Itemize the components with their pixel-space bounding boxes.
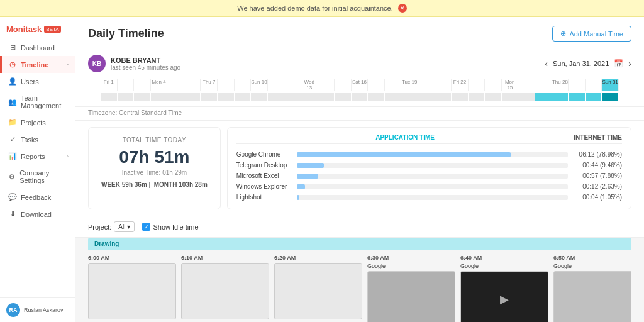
- banner-close-button[interactable]: ✕: [398, 4, 407, 13]
- timeline-bar: Fri 1Mon 4Thu 7Sun 10Wed 13Sat 16Tue 19F…: [88, 75, 631, 106]
- timeline-block-7[interactable]: [218, 93, 235, 101]
- timeline-day-10[interactable]: [268, 79, 285, 91]
- sidebar-item-tasks[interactable]: ✓ Tasks: [0, 131, 75, 148]
- sidebar-item-projects[interactable]: 📁 Projects: [0, 114, 75, 131]
- next-date-button[interactable]: ›: [628, 58, 631, 69]
- sidebar-item-download[interactable]: ⬇ Download: [0, 206, 75, 223]
- timeline-block-1[interactable]: [118, 93, 135, 101]
- timeline-day-26[interactable]: [535, 79, 552, 91]
- timeline-block-19[interactable]: [418, 93, 435, 101]
- timeline-block-15[interactable]: [352, 93, 369, 101]
- timeline-block-8[interactable]: [235, 93, 252, 101]
- timeline-block-16[interactable]: [368, 93, 385, 101]
- timeline-block-25[interactable]: [518, 93, 535, 101]
- timeline-day-30[interactable]: Sun 31: [602, 79, 619, 91]
- timeline-block-0[interactable]: [101, 93, 118, 101]
- timeline-block-11[interactable]: [284, 93, 301, 101]
- page-header: Daily Timeline ⊕ Add Manual Time: [75, 17, 644, 48]
- timeline-day-6[interactable]: Thu 7: [201, 79, 218, 91]
- screenshot-card-0-1[interactable]: 6:10 AM: [181, 255, 269, 322]
- timeline-block-3[interactable]: [151, 93, 168, 101]
- timeline-day-29[interactable]: [586, 79, 602, 91]
- calendar-icon[interactable]: 📅: [614, 59, 623, 68]
- screenshot-card-0-0[interactable]: 6:00 AM: [88, 255, 176, 322]
- timeline-day-17[interactable]: [385, 79, 402, 91]
- project-select-box[interactable]: All ▾: [114, 221, 135, 232]
- timeline-day-5[interactable]: [184, 79, 201, 91]
- timeline-day-16[interactable]: [368, 79, 385, 91]
- sidebar-item-users[interactable]: 👤 Users: [0, 73, 75, 90]
- prev-date-button[interactable]: ‹: [545, 58, 548, 69]
- timeline-block-5[interactable]: [184, 93, 201, 101]
- timeline-block-20[interactable]: [435, 93, 452, 101]
- screenshot-card-0-5[interactable]: 6:50 AM Google 10% of 10 min.: [553, 255, 631, 322]
- timeline-block-27[interactable]: [552, 93, 569, 101]
- project-filter: Project: All ▾: [88, 221, 135, 232]
- timeline-day-3[interactable]: Mon 4: [151, 79, 168, 91]
- timeline-day-0[interactable]: Fri 1: [101, 79, 118, 91]
- project-select-value: All: [118, 223, 125, 230]
- timeline-day-18[interactable]: Tue 19: [401, 79, 418, 91]
- timeline-day-21[interactable]: Fri 22: [452, 79, 469, 91]
- timeline-block-2[interactable]: [134, 93, 151, 101]
- timeline-day-12[interactable]: Wed 13: [301, 79, 318, 91]
- timeline-block-17[interactable]: [385, 93, 402, 101]
- timeline-day-4[interactable]: [167, 79, 184, 91]
- sidebar-user-profile[interactable]: RA Ruslan Askarov: [0, 297, 75, 322]
- sidebar-item-reports[interactable]: 📊 Reports ›: [0, 148, 75, 165]
- screenshot-img: [553, 271, 631, 322]
- timeline-block-18[interactable]: [401, 93, 418, 101]
- sidebar-label-timeline: Timeline: [21, 61, 48, 69]
- timeline-block-13[interactable]: [318, 93, 335, 101]
- timeline-day-23[interactable]: [485, 79, 502, 91]
- timeline-block-9[interactable]: [251, 93, 268, 101]
- screenshot-card-0-2[interactable]: 6:20 AM: [274, 255, 362, 322]
- add-manual-time-button[interactable]: ⊕ Add Manual Time: [552, 26, 631, 42]
- tasks-icon: ✓: [8, 135, 17, 143]
- timeline-day-15[interactable]: Sat 16: [352, 79, 369, 91]
- timeline-day-11[interactable]: [284, 79, 301, 91]
- timeline-day-9[interactable]: Sun 10: [251, 79, 268, 91]
- timeline-block-29[interactable]: [586, 93, 602, 101]
- timeline-block-26[interactable]: [535, 93, 552, 101]
- timeline-block-22[interactable]: [469, 93, 486, 101]
- timeline-block-10[interactable]: [268, 93, 285, 101]
- app-bar-4: [297, 195, 299, 200]
- screenshot-card-0-3[interactable]: 6:30 AM Google 90% of 7 min.: [367, 255, 455, 322]
- sidebar-item-company-settings[interactable]: ⚙ Company Settings: [0, 165, 75, 189]
- timeline-day-1[interactable]: [118, 79, 135, 91]
- sidebar-label-projects: Projects: [21, 119, 46, 126]
- timeline-day-27[interactable]: Thu 28: [552, 79, 569, 91]
- timeline-block-6[interactable]: [201, 93, 218, 101]
- timeline-block-4[interactable]: [167, 93, 184, 101]
- timeline-block-28[interactable]: [569, 93, 586, 101]
- timeline-block-12[interactable]: [301, 93, 318, 101]
- timeline-day-14[interactable]: [335, 79, 352, 91]
- timeline-block-21[interactable]: [452, 93, 469, 101]
- timeline-day-25[interactable]: [518, 79, 535, 91]
- sidebar-item-feedback[interactable]: 💬 Feedback: [0, 189, 75, 206]
- timeline-day-28[interactable]: [569, 79, 586, 91]
- timeline-block-30[interactable]: [602, 93, 619, 101]
- chevron-right-icon: ›: [67, 62, 69, 67]
- app-time-pct-2: 00:57 (7.88%): [572, 172, 622, 179]
- screenshot-app: Google: [553, 263, 631, 269]
- timeline-day-2[interactable]: [134, 79, 151, 91]
- sidebar-item-team-management[interactable]: 👥 Team Management: [0, 90, 75, 114]
- sidebar-item-timeline[interactable]: ◷ Timeline ›: [0, 56, 75, 73]
- timeline-day-20[interactable]: [435, 79, 452, 91]
- screenshot-time: 6:40 AM: [460, 255, 548, 261]
- timeline-block-24[interactable]: [502, 93, 519, 101]
- timeline-day-13[interactable]: [318, 79, 335, 91]
- timeline-day-24[interactable]: Mon 25: [502, 79, 519, 91]
- screenshot-card-0-4[interactable]: 6:40 AM Google ▶ 80% of 10 min.: [460, 255, 548, 322]
- show-idle-filter[interactable]: ✓ Show Idle time: [142, 223, 198, 231]
- timeline-day-22[interactable]: [469, 79, 486, 91]
- show-idle-checkbox[interactable]: ✓: [142, 223, 150, 231]
- timeline-day-7[interactable]: [218, 79, 235, 91]
- timeline-day-8[interactable]: [235, 79, 252, 91]
- timeline-block-14[interactable]: [335, 93, 352, 101]
- sidebar-item-dashboard[interactable]: ⊞ Dashboard: [0, 39, 75, 56]
- timeline-block-23[interactable]: [485, 93, 502, 101]
- timeline-day-19[interactable]: [418, 79, 435, 91]
